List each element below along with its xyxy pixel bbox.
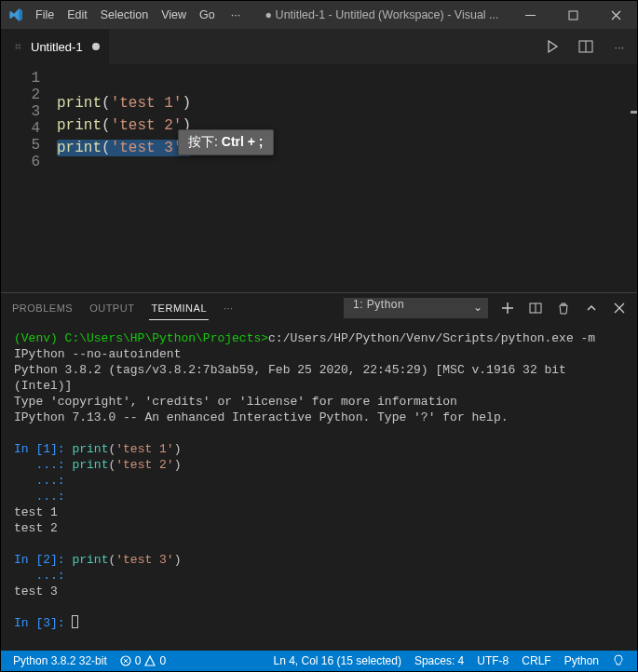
status-bar: Python 3.8.2 32-bit 0 0 Ln 4, Col 16 (15… — [1, 651, 637, 671]
bottom-panel: PROBLEMS OUTPUT TERMINAL ··· 1: Python ⌄… — [1, 292, 637, 651]
status-encoding[interactable]: UTF-8 — [470, 651, 515, 671]
panel-tab-problems[interactable]: PROBLEMS — [10, 297, 75, 319]
window-title: ● Untitled-1 - Untitled (Workspace) - Vi… — [250, 8, 509, 21]
status-eol[interactable]: CRLF — [515, 651, 557, 671]
terminal-selector-label: 1: Python — [353, 298, 404, 311]
chevron-down-icon: ⌄ — [473, 301, 483, 314]
tooltip-shortcut: Ctrl + ; — [222, 134, 264, 149]
close-panel-icon[interactable] — [611, 300, 628, 316]
title-bar: File Edit Selection View Go ··· ● Untitl… — [1, 1, 637, 29]
editor-tab-bar: ⌗ Untitled-1 ··· — [1, 29, 637, 64]
svg-rect-0 — [525, 15, 536, 16]
code-line[interactable] — [57, 159, 191, 181]
status-problems[interactable]: 0 0 — [114, 651, 172, 671]
line-number-gutter: 123456 — [1, 64, 57, 292]
panel-tab-terminal[interactable]: TERMINAL — [149, 297, 209, 320]
generic-file-icon: ⌗ — [10, 40, 25, 53]
panel-tab-output[interactable]: OUTPUT — [88, 297, 136, 319]
window-minimize-icon[interactable] — [509, 1, 551, 29]
status-language[interactable]: Python — [558, 651, 605, 671]
status-cursor[interactable]: Ln 4, Col 16 (15 selected) — [267, 651, 408, 671]
menu-more-icon[interactable]: ··· — [222, 1, 250, 29]
terminal-output[interactable]: (Venv) C:\Users\HP\Python\Projects>c:/Us… — [1, 323, 637, 651]
status-python-interpreter[interactable]: Python 3.8.2 32-bit — [7, 651, 114, 671]
tooltip-prefix: 按下: — [188, 134, 222, 149]
new-terminal-icon[interactable] — [499, 300, 516, 316]
code-area[interactable]: print('test 1') print('test 2') print('t… — [57, 64, 191, 292]
menu-file[interactable]: File — [29, 1, 61, 29]
code-line[interactable] — [57, 70, 191, 92]
editor-region[interactable]: 123456 print('test 1') print('test 2') p… — [1, 64, 637, 292]
run-button-icon[interactable] — [542, 36, 563, 57]
menu-view[interactable]: View — [155, 1, 193, 29]
menu-selection[interactable]: Selection — [94, 1, 155, 29]
window-maximize-icon[interactable] — [551, 1, 594, 29]
menu-go[interactable]: Go — [193, 1, 222, 29]
panel-tab-more-icon[interactable]: ··· — [222, 297, 236, 319]
code-line[interactable]: print('test 3') — [57, 137, 191, 159]
code-line[interactable]: print('test 1') — [57, 92, 191, 114]
status-feedback-icon[interactable] — [605, 651, 631, 671]
split-editor-icon[interactable] — [576, 36, 596, 57]
editor-tab-label: Untitled-1 — [31, 40, 83, 54]
menu-edit[interactable]: Edit — [61, 1, 94, 29]
status-spaces[interactable]: Spaces: 4 — [408, 651, 470, 671]
shortcut-tooltip: 按下: Ctrl + ; — [178, 129, 274, 155]
editor-tab[interactable]: ⌗ Untitled-1 — [1, 29, 110, 64]
panel-tab-bar: PROBLEMS OUTPUT TERMINAL ··· 1: Python ⌄ — [1, 293, 637, 323]
status-warning-count: 0 — [159, 654, 166, 667]
overview-ruler — [631, 111, 637, 114]
svg-rect-1 — [569, 11, 577, 20]
terminal-selector[interactable]: 1: Python ⌄ — [344, 298, 488, 318]
warning-icon — [144, 655, 156, 666]
split-terminal-icon[interactable] — [527, 300, 544, 316]
kill-terminal-icon[interactable] — [555, 300, 572, 316]
dirty-indicator-icon — [92, 43, 100, 50]
code-line[interactable] — [57, 181, 191, 204]
more-actions-icon[interactable]: ··· — [609, 36, 630, 57]
status-error-count: 0 — [135, 654, 142, 667]
maximize-panel-icon[interactable] — [583, 300, 600, 316]
window-close-icon[interactable] — [594, 1, 637, 29]
code-line[interactable]: print('test 2') — [57, 114, 191, 137]
vscode-logo-icon — [8, 7, 23, 22]
error-icon — [120, 655, 131, 666]
